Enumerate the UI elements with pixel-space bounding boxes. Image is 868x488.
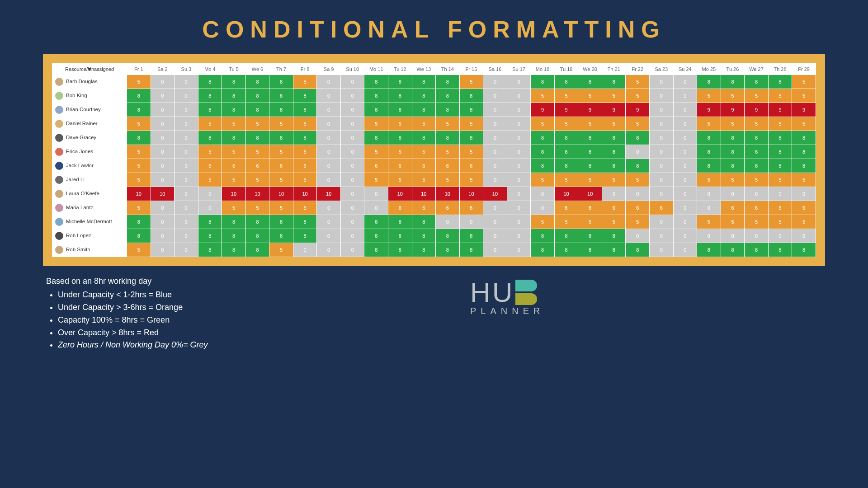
heatmap-cell[interactable]: 9 (697, 103, 721, 117)
resource-name-cell[interactable]: Barb Douglas (52, 75, 127, 89)
heatmap-cell[interactable]: 5 (626, 173, 649, 187)
heatmap-cell[interactable]: 5 (460, 173, 483, 187)
column-header-day[interactable]: Sa 23 (650, 64, 673, 75)
heatmap-cell[interactable]: 10 (151, 187, 175, 201)
heatmap-cell[interactable]: 0 (341, 103, 364, 117)
heatmap-cell[interactable]: 5 (269, 117, 293, 131)
heatmap-cell[interactable]: 5 (792, 117, 816, 131)
heatmap-cell[interactable]: 0 (507, 229, 531, 243)
heatmap-cell[interactable]: 0 (674, 243, 697, 257)
resource-name-cell[interactable]: Dave Gracey (52, 131, 127, 145)
heatmap-cell[interactable]: 0 (483, 159, 507, 173)
heatmap-cell[interactable]: 0 (175, 215, 198, 229)
heatmap-cell[interactable]: 8 (697, 243, 721, 257)
heatmap-cell[interactable]: 8 (388, 215, 412, 229)
heatmap-cell[interactable]: 8 (246, 243, 269, 257)
heatmap-cell[interactable]: 5 (769, 215, 792, 229)
heatmap-cell[interactable]: 8 (555, 229, 578, 243)
heatmap-cell[interactable]: 8 (555, 243, 578, 257)
column-header-day[interactable]: Sa 9 (317, 64, 340, 75)
heatmap-cell[interactable]: 5 (578, 173, 602, 187)
heatmap-cell[interactable]: 0 (507, 89, 531, 103)
heatmap-cell[interactable]: 5 (578, 215, 602, 229)
heatmap-cell[interactable]: 5 (436, 117, 459, 131)
heatmap-cell[interactable]: 0 (674, 89, 697, 103)
heatmap-cell[interactable]: 5 (293, 117, 317, 131)
heatmap-cell[interactable]: 0 (151, 173, 175, 187)
heatmap-cell[interactable]: 5 (697, 215, 721, 229)
heatmap-cell[interactable]: 8 (246, 103, 269, 117)
heatmap-cell[interactable]: 5 (745, 117, 768, 131)
heatmap-cell[interactable]: 8 (412, 89, 436, 103)
heatmap-cell[interactable]: 8 (364, 131, 388, 145)
heatmap-cell[interactable]: 5 (269, 145, 293, 159)
heatmap-cell[interactable]: 10 (222, 187, 245, 201)
column-header-day[interactable]: Th 21 (602, 64, 626, 75)
heatmap-cell[interactable]: 5 (293, 173, 317, 187)
heatmap-cell[interactable]: 5 (626, 215, 649, 229)
heatmap-cell[interactable]: 0 (650, 243, 673, 257)
heatmap-cell[interactable]: 8 (388, 103, 412, 117)
heatmap-cell[interactable]: 8 (222, 89, 245, 103)
heatmap-cell[interactable]: 8 (246, 229, 269, 243)
heatmap-cell[interactable]: 5 (602, 215, 626, 229)
heatmap-cell[interactable]: 5 (222, 145, 245, 159)
heatmap-cell[interactable]: 8 (460, 89, 483, 103)
heatmap-cell[interactable]: 8 (745, 145, 768, 159)
column-header-day[interactable]: Fr 8 (293, 64, 317, 75)
heatmap-cell[interactable]: 0 (697, 187, 721, 201)
heatmap-cell[interactable]: 0 (175, 201, 198, 215)
heatmap-cell[interactable]: 8 (436, 75, 459, 89)
heatmap-cell[interactable]: 0 (460, 215, 483, 229)
resource-name-cell[interactable]: Brian Courtney (52, 103, 127, 117)
heatmap-cell[interactable]: 10 (460, 187, 483, 201)
heatmap-cell[interactable]: 8 (412, 131, 436, 145)
resource-name-cell[interactable]: Rob Smith (52, 243, 127, 257)
heatmap-cell[interactable]: 6 (626, 201, 649, 215)
resource-name-cell[interactable]: Jared Li (52, 173, 127, 187)
heatmap-cell[interactable]: 8 (769, 145, 792, 159)
heatmap-cell[interactable]: 6 (412, 201, 436, 215)
column-header-day[interactable]: Fr 22 (626, 64, 649, 75)
column-header-day[interactable]: Tu 26 (721, 64, 745, 75)
heatmap-cell[interactable]: 8 (578, 243, 602, 257)
heatmap-cell[interactable]: 5 (697, 89, 721, 103)
heatmap-cell[interactable]: 5 (769, 173, 792, 187)
heatmap-cell[interactable]: 0 (507, 201, 531, 215)
heatmap-cell[interactable]: 5 (293, 75, 317, 89)
heatmap-cell[interactable]: 8 (222, 229, 245, 243)
heatmap-cell[interactable]: 8 (198, 215, 222, 229)
column-header-day[interactable]: Tu 19 (555, 64, 578, 75)
heatmap-cell[interactable]: 5 (555, 89, 578, 103)
heatmap-cell[interactable]: 8 (460, 229, 483, 243)
heatmap-cell[interactable]: 10 (555, 187, 578, 201)
heatmap-cell[interactable]: 0 (317, 173, 340, 187)
heatmap-cell[interactable]: 0 (151, 75, 175, 89)
heatmap-cell[interactable]: 8 (531, 131, 554, 145)
heatmap-cell[interactable]: 5 (555, 215, 578, 229)
heatmap-cell[interactable]: 8 (697, 75, 721, 89)
heatmap-cell[interactable]: 8 (769, 131, 792, 145)
heatmap-cell[interactable]: 8 (388, 243, 412, 257)
heatmap-cell[interactable]: 6 (436, 159, 459, 173)
heatmap-cell[interactable]: 8 (697, 159, 721, 173)
heatmap-cell[interactable]: 0 (293, 243, 317, 257)
heatmap-cell[interactable]: 8 (555, 131, 578, 145)
heatmap-cell[interactable]: 5 (721, 89, 745, 103)
heatmap-cell[interactable]: 0 (341, 145, 364, 159)
column-header-day[interactable]: Th 7 (269, 64, 293, 75)
heatmap-cell[interactable]: 0 (175, 243, 198, 257)
heatmap-cell[interactable]: 5 (721, 215, 745, 229)
heatmap-cell[interactable]: 5 (792, 75, 816, 89)
heatmap-cell[interactable]: 5 (578, 89, 602, 103)
heatmap-cell[interactable]: 8 (460, 103, 483, 117)
heatmap-cell[interactable]: 5 (626, 89, 649, 103)
heatmap-cell[interactable]: 5 (293, 145, 317, 159)
heatmap-cell[interactable]: 8 (412, 243, 436, 257)
heatmap-cell[interactable]: 5 (602, 117, 626, 131)
heatmap-cell[interactable]: 0 (650, 75, 673, 89)
column-header-day[interactable]: Mo 25 (697, 64, 721, 75)
heatmap-cell[interactable]: 8 (269, 75, 293, 89)
column-header-day[interactable]: Fr 29 (792, 64, 816, 75)
heatmap-cell[interactable]: 0 (175, 187, 198, 201)
